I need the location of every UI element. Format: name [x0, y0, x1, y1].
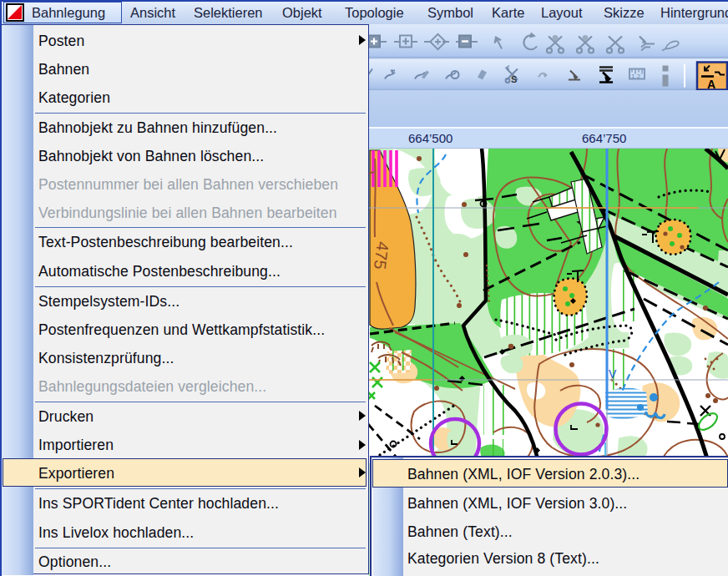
svg-text:S: S	[511, 74, 517, 84]
svg-text:1 2: 1 2	[631, 73, 641, 80]
svg-text:V: V	[609, 367, 617, 381]
svg-text:A: A	[707, 78, 715, 91]
svg-text:475: 475	[371, 240, 392, 270]
